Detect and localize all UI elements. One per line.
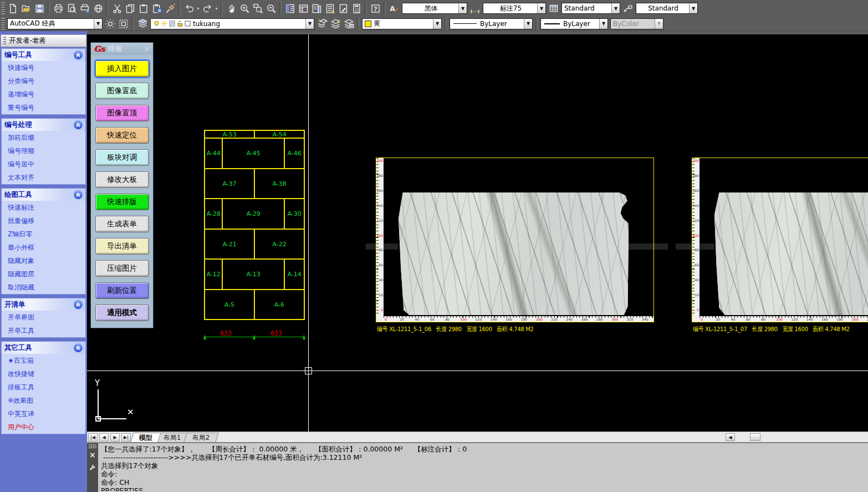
- sidebar-item-Z轴归零[interactable]: Z轴归零: [2, 227, 85, 241]
- sidebar-item-快速标注[interactable]: 快速标注: [2, 201, 85, 214]
- sidebar-item-用户中心[interactable]: 用户中心: [2, 420, 85, 434]
- paste-icon[interactable]: [137, 2, 150, 15]
- sidebar-item-改快捷键[interactable]: 改快捷键: [2, 367, 85, 381]
- cut-icon[interactable]: [110, 2, 124, 15]
- grid-cell-A-21[interactable]: A-21: [204, 229, 255, 260]
- markup-set-manager-icon[interactable]: [336, 2, 350, 15]
- paiban-button-生成表单[interactable]: 生成表单: [95, 216, 149, 232]
- chevron-down-icon[interactable]: ▼: [524, 19, 532, 29]
- sidebar-group-header[interactable]: 编号工具: [2, 49, 85, 61]
- chevron-down-icon[interactable]: ▼: [599, 19, 607, 29]
- grid-cell-A-28[interactable]: A-28: [204, 198, 223, 230]
- quickcalc-icon[interactable]: [350, 2, 363, 15]
- grid-cell-A-45[interactable]: A-45: [222, 138, 285, 169]
- grid-cell-A-38[interactable]: A-38: [254, 168, 305, 199]
- workspace-save-icon[interactable]: [117, 17, 130, 31]
- command-history-text[interactable]: 【您一共选择了:17个对象】， 【周长合计】： 0.00000 米， 【面积合计…: [101, 445, 866, 491]
- sidebar-item-取消隐藏[interactable]: 取消隐藏: [2, 281, 85, 294]
- chevron-down-icon[interactable]: ▼: [305, 19, 314, 29]
- paiban-button-导出清单[interactable]: 导出清单: [95, 238, 149, 255]
- grid-cell-A-6[interactable]: A-6: [254, 289, 305, 320]
- layer-states-manager-icon[interactable]: [342, 17, 355, 31]
- sidebar-item-递增编号[interactable]: 递增编号: [2, 88, 85, 101]
- paiban-button-图像置顶[interactable]: 图像置顶: [95, 105, 149, 121]
- help-icon[interactable]: ?: [369, 2, 382, 15]
- model-space-canvas[interactable]: Gs 排板 × 插入图片图像置底图像置顶快速定位板块对调修改大板快速排版生成表单…: [87, 34, 868, 432]
- chevron-down-icon[interactable]: ▼: [458, 3, 467, 13]
- designcenter-icon[interactable]: [297, 2, 310, 15]
- grid-cell-A-44[interactable]: A-44: [204, 138, 223, 169]
- sidebar-group-header[interactable]: 开清单: [2, 298, 85, 311]
- redo-icon[interactable]: [201, 2, 214, 15]
- sidebar-group-header[interactable]: 其它工具: [2, 342, 85, 354]
- grid-cell-A-30[interactable]: A-30: [284, 198, 305, 230]
- open-file-icon[interactable]: [19, 2, 33, 15]
- tab-scroll-right-icon[interactable]: ▶: [110, 433, 120, 442]
- match-properties-icon[interactable]: [164, 2, 177, 15]
- sidebar-item-分类编号[interactable]: 分类编号: [2, 74, 85, 88]
- sheetset-manager-icon[interactable]: [323, 2, 336, 15]
- paiban-button-通用模式[interactable]: 通用模式: [95, 305, 149, 321]
- tab-scroll-first-icon[interactable]: |◀: [88, 433, 98, 442]
- web-globe-icon[interactable]: [91, 2, 105, 15]
- undo-icon[interactable]: [182, 2, 196, 15]
- sidebar-item-隐藏对象[interactable]: 隐藏对象: [2, 254, 85, 267]
- grid-cell-A-37[interactable]: A-37: [204, 168, 255, 199]
- marble-slab-image[interactable]: [714, 192, 868, 315]
- chevron-down-icon[interactable]: ▼: [689, 3, 697, 13]
- sidebar-item-★百宝箱[interactable]: ★百宝箱: [2, 354, 85, 367]
- hscroll-thumb[interactable]: [750, 433, 760, 441]
- linetype-combobox[interactable]: ByLayer▼: [450, 18, 533, 29]
- grid-cell-A-12[interactable]: A-12: [204, 258, 223, 290]
- chevron-collapse-icon[interactable]: [74, 50, 83, 59]
- sidebar-grip[interactable]: [3, 37, 6, 45]
- sidebar-item-开单界面[interactable]: 开单界面: [2, 311, 85, 324]
- paiban-button-图像置底[interactable]: 图像置底: [95, 83, 149, 99]
- sidebar-item-文本对齐[interactable]: 文本对齐: [2, 171, 85, 184]
- table-style-combobox[interactable]: Standard▼: [561, 3, 620, 14]
- make-object-layer-current-icon[interactable]: [315, 17, 329, 31]
- grid-cell-A-22[interactable]: A-22: [254, 229, 305, 260]
- sidebar-item-中英互译[interactable]: 中英互译: [2, 407, 85, 420]
- paiban-panel-titlebar[interactable]: Gs 排板 ×: [91, 43, 153, 55]
- command-window-grip[interactable]: [89, 444, 96, 449]
- text-style-combobox[interactable]: 黑体▼: [402, 3, 467, 14]
- tab-scroll-last-icon[interactable]: ▶|: [121, 433, 131, 442]
- sidebar-item-最小外框[interactable]: 最小外框: [2, 241, 85, 254]
- paiban-button-板块对调[interactable]: 板块对调: [95, 149, 149, 166]
- sidebar-item-快速编号[interactable]: 快速编号: [2, 61, 85, 74]
- mleader-style-icon[interactable]: [621, 2, 635, 15]
- paiban-button-快速定位[interactable]: 快速定位: [95, 127, 149, 144]
- close-icon[interactable]: ×: [89, 450, 96, 459]
- table-style-icon[interactable]: [547, 2, 560, 15]
- grid-cell-A-14[interactable]: A-14: [284, 258, 305, 290]
- chevron-down-icon[interactable]: ▼: [537, 3, 545, 13]
- paiban-button-刷新位置[interactable]: 刷新位置: [95, 282, 149, 299]
- zoom-window-icon[interactable]: [251, 2, 264, 15]
- tab-scroll-left-icon[interactable]: ◀: [99, 433, 109, 442]
- dim-style-combobox[interactable]: 标注75▼: [483, 3, 546, 14]
- save-icon[interactable]: [33, 2, 46, 15]
- chevron-collapse-icon[interactable]: [74, 190, 83, 199]
- paiban-button-修改大板[interactable]: 修改大板: [95, 171, 149, 188]
- pan-icon[interactable]: [224, 2, 238, 15]
- paste-as-block-icon[interactable]: [150, 2, 164, 15]
- publish-icon[interactable]: [78, 2, 91, 15]
- color-combobox[interactable]: 黄▼: [362, 18, 442, 29]
- paiban-button-压缩图片[interactable]: 压缩图片: [95, 260, 149, 277]
- tool-palettes-icon[interactable]: [310, 2, 323, 15]
- sidebar-item-开单工具[interactable]: 开单工具: [2, 324, 85, 337]
- marble-slab-image[interactable]: [399, 192, 636, 315]
- sidebar-item-※效果图[interactable]: ※效果图: [2, 394, 85, 407]
- text-style-icon[interactable]: A: [387, 2, 401, 15]
- sidebar-item-隐藏图层[interactable]: 隐藏图层: [2, 267, 85, 281]
- chevron-collapse-icon[interactable]: [74, 120, 83, 129]
- layer-properties-icon[interactable]: [136, 17, 149, 31]
- grid-cell-A-5[interactable]: A-5: [204, 289, 255, 320]
- grid-cell-A-46[interactable]: A-46: [284, 138, 305, 169]
- chevron-collapse-icon[interactable]: [74, 300, 83, 309]
- workspace-settings-gear-icon[interactable]: [104, 17, 117, 31]
- layer-combobox[interactable]: tukuang▼: [150, 18, 314, 29]
- copy-icon[interactable]: [124, 2, 137, 15]
- sidebar-item-编号居中[interactable]: 编号居中: [2, 158, 85, 171]
